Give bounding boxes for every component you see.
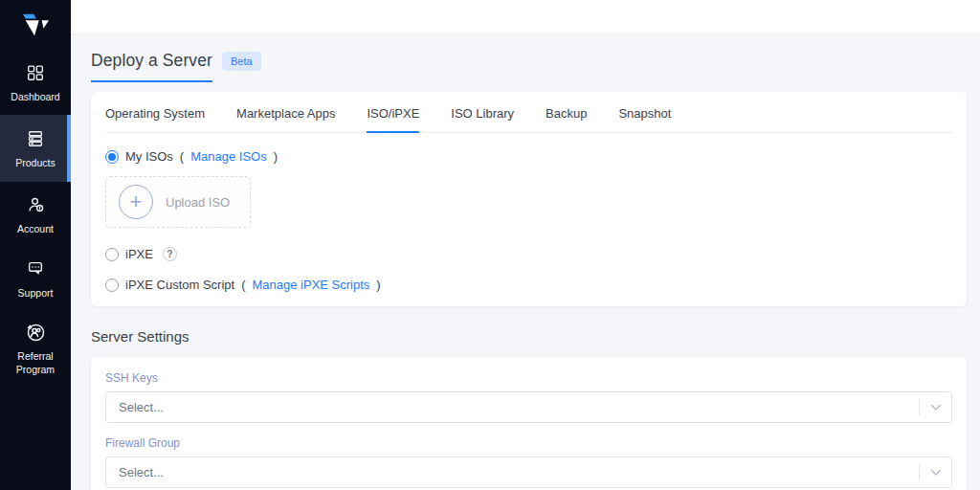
sidebar-item-label: Products — [15, 156, 55, 169]
vultr-logo-icon — [17, 11, 54, 39]
my-isos-radio[interactable] — [105, 150, 119, 164]
sidebar-item-referral-program[interactable]: Referral Program — [0, 311, 71, 386]
sidebar-item-products[interactable]: Products — [0, 115, 71, 182]
vultr-logo[interactable] — [0, 0, 71, 50]
firewall-group-label: Firewall Group — [105, 436, 952, 450]
my-isos-option: My ISOs ( Manage ISOs ) — [105, 149, 952, 164]
my-isos-label: My ISOs — [125, 149, 173, 164]
tab-iso-library[interactable]: ISO Library — [451, 92, 514, 132]
account-icon — [25, 194, 46, 215]
chevron-down-icon — [930, 404, 942, 412]
plus-icon: + — [119, 185, 153, 219]
ipxe-label: iPXE — [125, 247, 153, 261]
tab-snapshot[interactable]: Snapshot — [618, 92, 671, 132]
ipxe-option: iPXE ? — [105, 247, 952, 261]
paren-close: ) — [274, 149, 278, 164]
sidebar: Dashboard Products Account — [0, 0, 71, 490]
tab-marketplace-apps[interactable]: Marketplace Apps — [236, 92, 335, 132]
support-icon — [25, 258, 46, 279]
sidebar-item-account[interactable]: Account — [0, 184, 71, 245]
referral-program-icon — [25, 322, 46, 343]
ipxe-custom-script-radio[interactable] — [105, 278, 119, 292]
beta-badge: Beta — [222, 52, 261, 71]
page-title: Deploy a Server — [91, 51, 212, 82]
help-icon[interactable]: ? — [163, 247, 177, 261]
top-header — [71, 0, 980, 34]
deploy-card: Operating System Marketplace Apps ISO/iP… — [91, 92, 967, 306]
tab-iso-ipxe[interactable]: ISO/iPXE — [367, 92, 419, 133]
iso-section: My ISOs ( Manage ISOs ) + Upload ISO iPX… — [91, 149, 967, 306]
paren-open: ( — [241, 278, 245, 292]
select-divider — [919, 399, 920, 415]
sidebar-item-label: Dashboard — [11, 90, 59, 103]
ipxe-radio[interactable] — [105, 248, 119, 261]
ipxe-custom-script-label: iPXE Custom Script — [125, 278, 234, 292]
manage-ipxe-scripts-link[interactable]: Manage iPXE Scripts — [253, 278, 370, 292]
tab-bar: Operating System Marketplace Apps ISO/iP… — [105, 92, 952, 133]
dashboard-icon — [25, 62, 46, 83]
sidebar-item-label: Referral Program — [2, 349, 69, 376]
main-content: Deploy a Server Beta Operating System Ma… — [71, 34, 980, 490]
sidebar-item-support[interactable]: Support — [0, 248, 71, 309]
paren-open: ( — [180, 149, 184, 164]
paren-close: ) — [376, 278, 380, 292]
upload-iso-label: Upload ISO — [166, 195, 230, 210]
tab-operating-system[interactable]: Operating System — [105, 92, 205, 132]
products-icon — [25, 128, 46, 149]
manage-isos-link[interactable]: Manage ISOs — [190, 149, 267, 164]
ssh-keys-label: SSH Keys — [105, 371, 952, 385]
ssh-keys-field: SSH Keys Select... — [105, 371, 952, 423]
sidebar-item-label: Account — [17, 222, 54, 235]
tab-backup[interactable]: Backup — [546, 92, 587, 132]
sidebar-item-dashboard[interactable]: Dashboard — [0, 52, 71, 113]
upload-iso-button[interactable]: + Upload ISO — [105, 176, 251, 228]
chevron-down-icon — [930, 469, 942, 477]
server-settings-card: SSH Keys Select... Firewall Group Select… — [91, 357, 967, 490]
select-divider — [919, 464, 920, 480]
server-settings-heading: Server Settings — [91, 328, 967, 345]
firewall-group-select[interactable]: Select... — [105, 457, 952, 488]
ipxe-custom-script-option: iPXE Custom Script ( Manage iPXE Scripts… — [105, 278, 952, 292]
page-title-row: Deploy a Server Beta — [91, 51, 967, 82]
ssh-keys-select-value: Select... — [119, 400, 164, 414]
firewall-group-select-value: Select... — [119, 465, 164, 479]
sidebar-item-label: Support — [18, 286, 54, 300]
ssh-keys-select[interactable]: Select... — [105, 391, 952, 423]
firewall-group-field: Firewall Group Select... — [105, 436, 952, 488]
